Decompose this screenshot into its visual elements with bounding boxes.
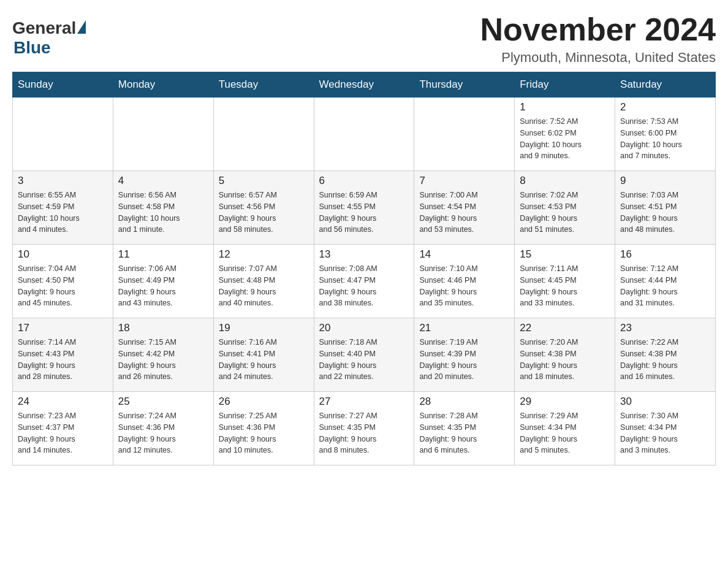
day-number: 22: [520, 322, 610, 334]
day-info: Sunrise: 7:30 AM Sunset: 4:34 PM Dayligh…: [620, 410, 710, 456]
day-info: Sunrise: 7:27 AM Sunset: 4:35 PM Dayligh…: [319, 410, 409, 456]
day-info: Sunrise: 7:10 AM Sunset: 4:46 PM Dayligh…: [419, 263, 509, 309]
calendar-cell: 28Sunrise: 7:28 AM Sunset: 4:35 PM Dayli…: [414, 392, 515, 465]
day-number: 14: [419, 248, 509, 261]
calendar-cell: 18Sunrise: 7:15 AM Sunset: 4:42 PM Dayli…: [113, 318, 213, 392]
day-number: 13: [319, 248, 409, 261]
calendar-cell: 4Sunrise: 6:56 AM Sunset: 4:58 PM Daylig…: [113, 171, 213, 245]
calendar-cell: 11Sunrise: 7:06 AM Sunset: 4:49 PM Dayli…: [113, 245, 213, 318]
day-number: 18: [118, 322, 208, 334]
calendar-cell: [113, 98, 213, 171]
calendar-header-row: SundayMondayTuesdayWednesdayThursdayFrid…: [13, 72, 716, 98]
day-info: Sunrise: 7:15 AM Sunset: 4:42 PM Dayligh…: [118, 337, 208, 383]
day-number: 29: [520, 396, 610, 408]
month-title: November 2024: [480, 12, 716, 47]
day-info: Sunrise: 7:23 AM Sunset: 4:37 PM Dayligh…: [18, 410, 108, 456]
calendar-cell: 5Sunrise: 6:57 AM Sunset: 4:56 PM Daylig…: [213, 171, 314, 245]
location-text: Plymouth, Minnesota, United States: [480, 50, 716, 66]
day-info: Sunrise: 7:18 AM Sunset: 4:40 PM Dayligh…: [319, 337, 409, 383]
day-number: 19: [219, 322, 309, 334]
calendar-cell: 24Sunrise: 7:23 AM Sunset: 4:37 PM Dayli…: [13, 392, 113, 465]
day-info: Sunrise: 7:12 AM Sunset: 4:44 PM Dayligh…: [620, 263, 710, 309]
day-info: Sunrise: 7:22 AM Sunset: 4:38 PM Dayligh…: [620, 337, 710, 383]
day-number: 1: [520, 101, 610, 113]
weekday-header-monday: Monday: [113, 72, 213, 98]
day-number: 30: [620, 396, 710, 408]
day-number: 3: [18, 175, 108, 187]
calendar-cell: [314, 98, 414, 171]
day-info: Sunrise: 7:16 AM Sunset: 4:41 PM Dayligh…: [219, 337, 309, 383]
calendar-cell: [213, 98, 314, 171]
day-number: 25: [118, 396, 208, 408]
day-info: Sunrise: 7:02 AM Sunset: 4:53 PM Dayligh…: [520, 190, 610, 236]
day-info: Sunrise: 7:25 AM Sunset: 4:36 PM Dayligh…: [219, 410, 309, 456]
calendar-cell: 7Sunrise: 7:00 AM Sunset: 4:54 PM Daylig…: [414, 171, 515, 245]
logo-text: General: [12, 18, 86, 38]
logo-blue: Blue: [13, 38, 51, 58]
calendar-cell: 12Sunrise: 7:07 AM Sunset: 4:48 PM Dayli…: [213, 245, 314, 318]
day-info: Sunrise: 7:28 AM Sunset: 4:35 PM Dayligh…: [419, 410, 509, 456]
weekday-header-friday: Friday: [515, 72, 615, 98]
weekday-header-thursday: Thursday: [414, 72, 515, 98]
day-number: 15: [520, 248, 610, 261]
day-info: Sunrise: 7:53 AM Sunset: 6:00 PM Dayligh…: [620, 116, 710, 162]
calendar-cell: 30Sunrise: 7:30 AM Sunset: 4:34 PM Dayli…: [615, 392, 716, 465]
page-header: General Blue November 2024 Plymouth, Min…: [12, 12, 716, 66]
calendar-week-row: 17Sunrise: 7:14 AM Sunset: 4:43 PM Dayli…: [13, 318, 716, 392]
weekday-header-wednesday: Wednesday: [314, 72, 414, 98]
logo-general: General: [12, 18, 76, 38]
day-number: 11: [118, 248, 208, 261]
day-number: 5: [219, 175, 309, 187]
day-number: 7: [419, 175, 509, 187]
day-number: 17: [18, 322, 108, 334]
day-info: Sunrise: 7:52 AM Sunset: 6:02 PM Dayligh…: [520, 116, 610, 162]
day-info: Sunrise: 7:03 AM Sunset: 4:51 PM Dayligh…: [620, 190, 710, 236]
calendar-cell: 3Sunrise: 6:55 AM Sunset: 4:59 PM Daylig…: [13, 171, 113, 245]
day-info: Sunrise: 7:24 AM Sunset: 4:36 PM Dayligh…: [118, 410, 208, 456]
calendar-cell: 19Sunrise: 7:16 AM Sunset: 4:41 PM Dayli…: [213, 318, 314, 392]
day-number: 21: [419, 322, 509, 334]
day-info: Sunrise: 6:57 AM Sunset: 4:56 PM Dayligh…: [219, 190, 309, 236]
calendar-cell: 1Sunrise: 7:52 AM Sunset: 6:02 PM Daylig…: [515, 98, 615, 171]
calendar-cell: [414, 98, 515, 171]
calendar-cell: 21Sunrise: 7:19 AM Sunset: 4:39 PM Dayli…: [414, 318, 515, 392]
weekday-header-sunday: Sunday: [13, 72, 113, 98]
day-number: 10: [18, 248, 108, 261]
calendar-cell: 27Sunrise: 7:27 AM Sunset: 4:35 PM Dayli…: [314, 392, 414, 465]
day-info: Sunrise: 7:04 AM Sunset: 4:50 PM Dayligh…: [18, 263, 108, 309]
day-number: 6: [319, 175, 409, 187]
calendar-cell: 17Sunrise: 7:14 AM Sunset: 4:43 PM Dayli…: [13, 318, 113, 392]
calendar-table: SundayMondayTuesdayWednesdayThursdayFrid…: [12, 72, 716, 465]
day-info: Sunrise: 6:55 AM Sunset: 4:59 PM Dayligh…: [18, 190, 108, 236]
day-info: Sunrise: 7:14 AM Sunset: 4:43 PM Dayligh…: [18, 337, 108, 383]
calendar-cell: 20Sunrise: 7:18 AM Sunset: 4:40 PM Dayli…: [314, 318, 414, 392]
day-info: Sunrise: 6:56 AM Sunset: 4:58 PM Dayligh…: [118, 190, 208, 236]
calendar-cell: 22Sunrise: 7:20 AM Sunset: 4:38 PM Dayli…: [515, 318, 615, 392]
calendar-cell: 23Sunrise: 7:22 AM Sunset: 4:38 PM Dayli…: [615, 318, 716, 392]
logo: General Blue: [12, 12, 86, 58]
day-info: Sunrise: 7:19 AM Sunset: 4:39 PM Dayligh…: [419, 337, 509, 383]
calendar-cell: 26Sunrise: 7:25 AM Sunset: 4:36 PM Dayli…: [213, 392, 314, 465]
day-info: Sunrise: 7:08 AM Sunset: 4:47 PM Dayligh…: [319, 263, 409, 309]
day-info: Sunrise: 7:20 AM Sunset: 4:38 PM Dayligh…: [520, 337, 610, 383]
day-info: Sunrise: 7:29 AM Sunset: 4:34 PM Dayligh…: [520, 410, 610, 456]
day-number: 8: [520, 175, 610, 187]
calendar-cell: 25Sunrise: 7:24 AM Sunset: 4:36 PM Dayli…: [113, 392, 213, 465]
calendar-cell: [13, 98, 113, 171]
day-info: Sunrise: 6:59 AM Sunset: 4:55 PM Dayligh…: [319, 190, 409, 236]
calendar-cell: 14Sunrise: 7:10 AM Sunset: 4:46 PM Dayli…: [414, 245, 515, 318]
day-number: 28: [419, 396, 509, 408]
weekday-header-saturday: Saturday: [615, 72, 716, 98]
title-section: November 2024 Plymouth, Minnesota, Unite…: [480, 12, 716, 66]
day-number: 9: [620, 175, 710, 187]
day-number: 20: [319, 322, 409, 334]
day-number: 27: [319, 396, 409, 408]
day-number: 24: [18, 396, 108, 408]
logo-triangle-icon: [77, 20, 86, 34]
calendar-cell: 13Sunrise: 7:08 AM Sunset: 4:47 PM Dayli…: [314, 245, 414, 318]
day-number: 2: [620, 101, 710, 113]
day-info: Sunrise: 7:07 AM Sunset: 4:48 PM Dayligh…: [219, 263, 309, 309]
calendar-cell: 8Sunrise: 7:02 AM Sunset: 4:53 PM Daylig…: [515, 171, 615, 245]
day-number: 23: [620, 322, 710, 334]
calendar-week-row: 3Sunrise: 6:55 AM Sunset: 4:59 PM Daylig…: [13, 171, 716, 245]
